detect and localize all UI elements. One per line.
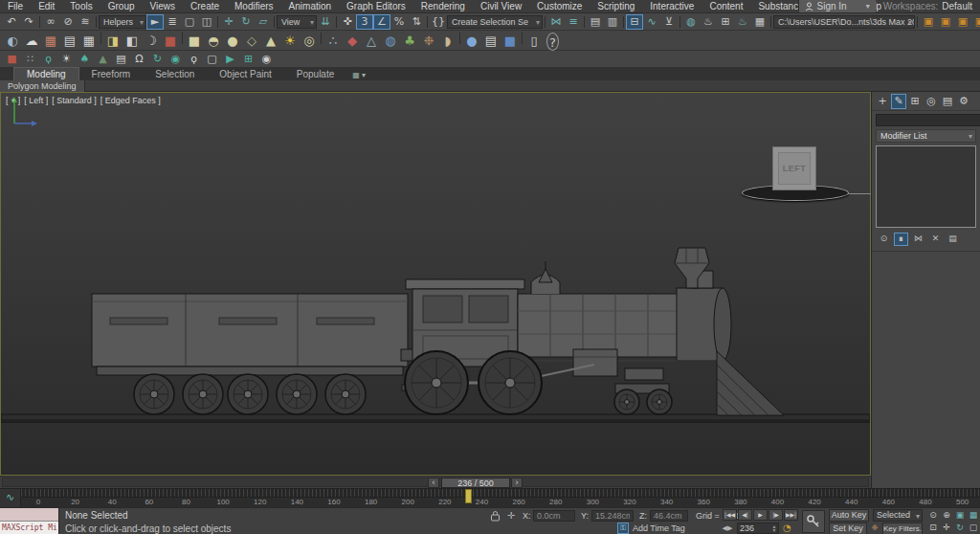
select-and-rotate-icon[interactable]: ↻ bbox=[237, 14, 255, 30]
bell-icon[interactable]: Ω bbox=[130, 52, 148, 67]
train-wireframe-model[interactable] bbox=[1, 93, 870, 475]
render-production-icon[interactable]: ♨ bbox=[734, 14, 751, 30]
display-panel-tab[interactable]: ▤ bbox=[940, 94, 955, 109]
remove-modifier-icon[interactable]: ✕ bbox=[928, 233, 943, 246]
tab-populate[interactable]: Populate bbox=[284, 68, 346, 80]
time-slider-next-button[interactable]: › bbox=[511, 478, 523, 488]
select-and-move-icon[interactable]: ✛ bbox=[220, 14, 237, 30]
spinner-snap-icon[interactable]: ⇅ bbox=[408, 14, 425, 30]
select-and-link-icon[interactable]: ∞ bbox=[42, 14, 59, 30]
menu-group[interactable]: Group bbox=[100, 0, 143, 12]
gizmo-icon[interactable]: ◆ bbox=[343, 32, 362, 50]
lattice-pyramid-icon[interactable]: △ bbox=[362, 32, 381, 50]
camera-pair-icon[interactable]: ∷ bbox=[21, 52, 39, 67]
export-asset-icon[interactable]: ▣ bbox=[954, 14, 971, 30]
current-frame-field[interactable] bbox=[738, 523, 770, 533]
select-by-name-icon[interactable]: ≣ bbox=[164, 14, 181, 30]
modify-panel-tab[interactable]: ✎ bbox=[891, 94, 906, 109]
eye-icon[interactable]: ◉ bbox=[257, 52, 276, 67]
toggle-scene-explorer-icon[interactable]: ▤ bbox=[587, 14, 604, 30]
maximize-viewport-icon[interactable]: ▢ bbox=[967, 522, 980, 534]
viewport-left[interactable]: [ + ] [ Left ] [ Standard ] [ Edged Face… bbox=[0, 92, 871, 476]
hierarchy-panel-tab[interactable]: ⊞ bbox=[907, 94, 923, 109]
image-viewer-icon[interactable]: ▦ bbox=[41, 32, 60, 50]
play-button[interactable]: ▶ bbox=[753, 509, 768, 521]
plane-primitive-icon[interactable]: ◇ bbox=[242, 32, 261, 50]
orbit-icon[interactable]: ↻ bbox=[953, 522, 967, 534]
set-keys-button[interactable] bbox=[802, 510, 825, 533]
schematic-view-icon[interactable]: ⊻ bbox=[660, 14, 678, 30]
window-crossing-toggle-icon[interactable]: ◫ bbox=[198, 14, 215, 30]
snaps-toggle-icon[interactable]: 3 bbox=[356, 14, 373, 30]
box-outline-icon[interactable]: ▢ bbox=[203, 52, 221, 67]
tab-modeling[interactable]: Modeling bbox=[13, 67, 79, 80]
make-unique-icon[interactable]: ⋈ bbox=[911, 233, 925, 246]
selection-set-dropdown[interactable]: Selected bbox=[873, 509, 923, 522]
go-to-end-button[interactable]: ▶▶| bbox=[784, 509, 798, 521]
object-name-field[interactable] bbox=[876, 114, 980, 126]
bind-to-space-warp-icon[interactable]: ≋ bbox=[77, 14, 94, 30]
dome-primitive-icon[interactable]: ◓ bbox=[204, 32, 223, 50]
add-time-tag[interactable]: Add Time Tag bbox=[633, 523, 685, 533]
maxscript-listener-line[interactable]: MAXScript Mi: bbox=[0, 522, 58, 534]
tree-icon[interactable]: ▲ bbox=[94, 52, 112, 67]
previous-frame-button[interactable]: ◀| bbox=[738, 509, 752, 521]
menu-interactive[interactable]: Interactive bbox=[642, 0, 702, 12]
viewport-menu-label[interactable]: [ + ] bbox=[6, 96, 20, 105]
sign-in-button[interactable]: Sign In ▾ bbox=[798, 0, 876, 12]
book-icon[interactable]: ▤ bbox=[112, 52, 130, 67]
import-asset-icon[interactable]: ▣ bbox=[937, 14, 954, 30]
menu-rendering[interactable]: Rendering bbox=[413, 0, 473, 12]
redo-icon[interactable]: ↷ bbox=[20, 14, 37, 30]
modifier-stack[interactable] bbox=[876, 145, 976, 228]
zoom-icon[interactable]: ⊙ bbox=[926, 509, 940, 522]
circle-arrow-icon[interactable]: ↻ bbox=[148, 52, 167, 67]
sun-light-icon[interactable]: ☀ bbox=[57, 52, 76, 67]
tab-freeform[interactable]: Freeform bbox=[79, 68, 144, 80]
toggle-ribbon-icon[interactable]: ⊟ bbox=[626, 14, 643, 30]
menu-content[interactable]: Content bbox=[702, 0, 750, 12]
torus-primitive-icon[interactable]: ◎ bbox=[300, 32, 319, 50]
table-view-icon[interactable]: ▤ bbox=[60, 32, 79, 50]
slide-light-icon[interactable]: ◨ bbox=[103, 32, 122, 50]
maxscript-macro-line[interactable] bbox=[0, 508, 58, 522]
undo-icon[interactable]: ↶ bbox=[3, 14, 20, 30]
zoom-extents-icon[interactable]: ▣ bbox=[953, 509, 967, 522]
auto-key-button[interactable]: Auto Key bbox=[829, 509, 869, 522]
edit-named-selection-sets-icon[interactable]: {} bbox=[430, 14, 447, 30]
scene-sphere-icon[interactable]: ◐ bbox=[3, 32, 22, 50]
track-bar-ticks[interactable] bbox=[21, 489, 980, 498]
copy-pages-icon[interactable]: ▤ bbox=[481, 32, 501, 50]
select-and-scale-icon[interactable]: ▱ bbox=[255, 14, 272, 30]
menu-graph-editors[interactable]: Graph Editors bbox=[339, 0, 413, 12]
asset-library-icon[interactable]: ▣ bbox=[920, 14, 937, 30]
menu-animation[interactable]: Animation bbox=[281, 0, 339, 12]
menu-views[interactable]: Views bbox=[143, 0, 184, 12]
spreadsheet-icon[interactable]: ▦ bbox=[79, 32, 99, 50]
polygon-modeling-tab[interactable]: Polygon Modeling bbox=[0, 80, 85, 92]
create-panel-tab[interactable]: + bbox=[875, 94, 890, 109]
menu-tools[interactable]: Tools bbox=[62, 0, 100, 12]
named-selection-sets-dropdown[interactable]: Create Selection Se bbox=[447, 15, 543, 29]
blue-sphere-icon[interactable]: ● bbox=[462, 32, 481, 50]
coord-z-field[interactable] bbox=[650, 510, 688, 522]
viewcube-face-label[interactable]: LEFT bbox=[778, 152, 811, 185]
toggle-layer-explorer-icon[interactable]: ▥ bbox=[604, 14, 621, 30]
select-object-icon[interactable]: ► bbox=[146, 14, 164, 30]
unlink-selection-icon[interactable]: ⊘ bbox=[59, 14, 77, 30]
zoom-extents-all-icon[interactable]: ▦ bbox=[967, 509, 980, 522]
menu-modifiers[interactable]: Modifiers bbox=[227, 0, 281, 12]
project-folder-dropdown[interactable]: C:\Users\USER\Do...nts\3ds Max 2021 bbox=[773, 15, 915, 29]
tab-selection[interactable]: Selection bbox=[143, 68, 207, 80]
shell-icon[interactable]: ◗ bbox=[438, 32, 457, 50]
viewport-view-label[interactable]: [ Left ] bbox=[24, 96, 48, 105]
time-slider-prev-button[interactable]: ‹ bbox=[428, 478, 439, 488]
ribbon-config-icon[interactable]: ▦ ▾ bbox=[346, 70, 371, 80]
reference-coordinate-dropdown[interactable]: View bbox=[277, 15, 317, 29]
door-icon[interactable]: ▯ bbox=[524, 32, 544, 50]
percent-snap-icon[interactable]: % bbox=[390, 14, 408, 30]
camera-projector-icon[interactable]: ◧ bbox=[122, 32, 142, 50]
rendered-frame-window-icon[interactable]: ⊞ bbox=[717, 14, 734, 30]
motion-panel-tab[interactable]: ◎ bbox=[924, 94, 939, 109]
rectangular-selection-region-icon[interactable]: ▢ bbox=[181, 14, 198, 30]
